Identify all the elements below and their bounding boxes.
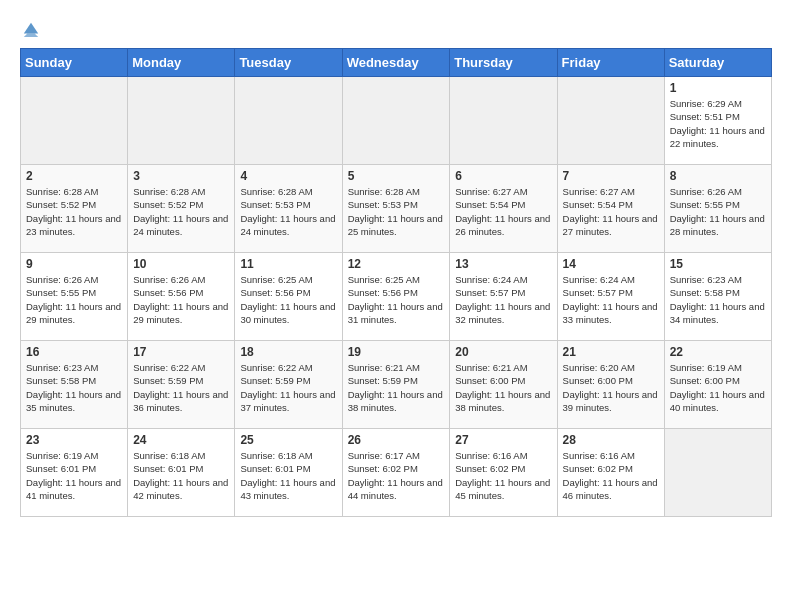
calendar-cell: 6Sunrise: 6:27 AM Sunset: 5:54 PM Daylig… <box>450 165 557 253</box>
day-info: Sunrise: 6:27 AM Sunset: 5:54 PM Dayligh… <box>455 185 551 238</box>
day-info: Sunrise: 6:28 AM Sunset: 5:53 PM Dayligh… <box>348 185 445 238</box>
week-row-2: 2Sunrise: 6:28 AM Sunset: 5:52 PM Daylig… <box>21 165 772 253</box>
calendar-cell: 27Sunrise: 6:16 AM Sunset: 6:02 PM Dayli… <box>450 429 557 517</box>
day-number: 2 <box>26 169 122 183</box>
calendar-cell: 8Sunrise: 6:26 AM Sunset: 5:55 PM Daylig… <box>664 165 771 253</box>
day-info: Sunrise: 6:22 AM Sunset: 5:59 PM Dayligh… <box>133 361 229 414</box>
day-info: Sunrise: 6:21 AM Sunset: 6:00 PM Dayligh… <box>455 361 551 414</box>
svg-marker-1 <box>24 34 38 38</box>
day-info: Sunrise: 6:19 AM Sunset: 6:00 PM Dayligh… <box>670 361 766 414</box>
calendar-table: SundayMondayTuesdayWednesdayThursdayFrid… <box>20 48 772 517</box>
day-number: 23 <box>26 433 122 447</box>
calendar-cell: 20Sunrise: 6:21 AM Sunset: 6:00 PM Dayli… <box>450 341 557 429</box>
calendar-cell: 10Sunrise: 6:26 AM Sunset: 5:56 PM Dayli… <box>128 253 235 341</box>
day-info: Sunrise: 6:29 AM Sunset: 5:51 PM Dayligh… <box>670 97 766 150</box>
day-number: 24 <box>133 433 229 447</box>
day-info: Sunrise: 6:25 AM Sunset: 5:56 PM Dayligh… <box>240 273 336 326</box>
day-info: Sunrise: 6:24 AM Sunset: 5:57 PM Dayligh… <box>455 273 551 326</box>
day-number: 6 <box>455 169 551 183</box>
logo-icon <box>22 20 40 38</box>
calendar-cell: 19Sunrise: 6:21 AM Sunset: 5:59 PM Dayli… <box>342 341 450 429</box>
calendar-cell: 15Sunrise: 6:23 AM Sunset: 5:58 PM Dayli… <box>664 253 771 341</box>
weekday-wednesday: Wednesday <box>342 49 450 77</box>
calendar-cell: 22Sunrise: 6:19 AM Sunset: 6:00 PM Dayli… <box>664 341 771 429</box>
calendar-cell: 25Sunrise: 6:18 AM Sunset: 6:01 PM Dayli… <box>235 429 342 517</box>
calendar-cell: 5Sunrise: 6:28 AM Sunset: 5:53 PM Daylig… <box>342 165 450 253</box>
calendar-cell: 16Sunrise: 6:23 AM Sunset: 5:58 PM Dayli… <box>21 341 128 429</box>
day-info: Sunrise: 6:19 AM Sunset: 6:01 PM Dayligh… <box>26 449 122 502</box>
day-info: Sunrise: 6:18 AM Sunset: 6:01 PM Dayligh… <box>240 449 336 502</box>
day-info: Sunrise: 6:27 AM Sunset: 5:54 PM Dayligh… <box>563 185 659 238</box>
day-info: Sunrise: 6:16 AM Sunset: 6:02 PM Dayligh… <box>563 449 659 502</box>
calendar-cell: 23Sunrise: 6:19 AM Sunset: 6:01 PM Dayli… <box>21 429 128 517</box>
day-info: Sunrise: 6:25 AM Sunset: 5:56 PM Dayligh… <box>348 273 445 326</box>
calendar-cell <box>342 77 450 165</box>
day-number: 4 <box>240 169 336 183</box>
weekday-monday: Monday <box>128 49 235 77</box>
day-number: 9 <box>26 257 122 271</box>
calendar-cell: 7Sunrise: 6:27 AM Sunset: 5:54 PM Daylig… <box>557 165 664 253</box>
calendar-cell: 4Sunrise: 6:28 AM Sunset: 5:53 PM Daylig… <box>235 165 342 253</box>
day-info: Sunrise: 6:16 AM Sunset: 6:02 PM Dayligh… <box>455 449 551 502</box>
svg-marker-0 <box>24 23 38 34</box>
weekday-friday: Friday <box>557 49 664 77</box>
day-number: 7 <box>563 169 659 183</box>
day-info: Sunrise: 6:22 AM Sunset: 5:59 PM Dayligh… <box>240 361 336 414</box>
day-number: 17 <box>133 345 229 359</box>
calendar-cell: 2Sunrise: 6:28 AM Sunset: 5:52 PM Daylig… <box>21 165 128 253</box>
logo <box>20 20 40 38</box>
calendar-cell: 12Sunrise: 6:25 AM Sunset: 5:56 PM Dayli… <box>342 253 450 341</box>
calendar-cell: 13Sunrise: 6:24 AM Sunset: 5:57 PM Dayli… <box>450 253 557 341</box>
day-info: Sunrise: 6:23 AM Sunset: 5:58 PM Dayligh… <box>26 361 122 414</box>
day-info: Sunrise: 6:28 AM Sunset: 5:53 PM Dayligh… <box>240 185 336 238</box>
day-number: 26 <box>348 433 445 447</box>
calendar-cell <box>235 77 342 165</box>
day-info: Sunrise: 6:23 AM Sunset: 5:58 PM Dayligh… <box>670 273 766 326</box>
calendar-cell: 3Sunrise: 6:28 AM Sunset: 5:52 PM Daylig… <box>128 165 235 253</box>
day-number: 15 <box>670 257 766 271</box>
day-info: Sunrise: 6:28 AM Sunset: 5:52 PM Dayligh… <box>26 185 122 238</box>
day-info: Sunrise: 6:21 AM Sunset: 5:59 PM Dayligh… <box>348 361 445 414</box>
week-row-5: 23Sunrise: 6:19 AM Sunset: 6:01 PM Dayli… <box>21 429 772 517</box>
week-row-4: 16Sunrise: 6:23 AM Sunset: 5:58 PM Dayli… <box>21 341 772 429</box>
calendar-cell: 26Sunrise: 6:17 AM Sunset: 6:02 PM Dayli… <box>342 429 450 517</box>
calendar-cell <box>128 77 235 165</box>
week-row-3: 9Sunrise: 6:26 AM Sunset: 5:55 PM Daylig… <box>21 253 772 341</box>
day-number: 14 <box>563 257 659 271</box>
day-info: Sunrise: 6:28 AM Sunset: 5:52 PM Dayligh… <box>133 185 229 238</box>
day-number: 16 <box>26 345 122 359</box>
day-number: 28 <box>563 433 659 447</box>
calendar-body: 1Sunrise: 6:29 AM Sunset: 5:51 PM Daylig… <box>21 77 772 517</box>
day-number: 20 <box>455 345 551 359</box>
calendar-cell: 9Sunrise: 6:26 AM Sunset: 5:55 PM Daylig… <box>21 253 128 341</box>
day-number: 18 <box>240 345 336 359</box>
calendar-cell: 11Sunrise: 6:25 AM Sunset: 5:56 PM Dayli… <box>235 253 342 341</box>
day-info: Sunrise: 6:26 AM Sunset: 5:55 PM Dayligh… <box>26 273 122 326</box>
page-header <box>20 20 772 38</box>
weekday-header-row: SundayMondayTuesdayWednesdayThursdayFrid… <box>21 49 772 77</box>
weekday-sunday: Sunday <box>21 49 128 77</box>
weekday-thursday: Thursday <box>450 49 557 77</box>
weekday-tuesday: Tuesday <box>235 49 342 77</box>
day-number: 25 <box>240 433 336 447</box>
day-number: 11 <box>240 257 336 271</box>
day-number: 12 <box>348 257 445 271</box>
calendar-cell <box>664 429 771 517</box>
calendar-cell: 18Sunrise: 6:22 AM Sunset: 5:59 PM Dayli… <box>235 341 342 429</box>
day-number: 1 <box>670 81 766 95</box>
calendar-cell <box>450 77 557 165</box>
calendar-cell <box>21 77 128 165</box>
day-number: 19 <box>348 345 445 359</box>
week-row-1: 1Sunrise: 6:29 AM Sunset: 5:51 PM Daylig… <box>21 77 772 165</box>
day-info: Sunrise: 6:20 AM Sunset: 6:00 PM Dayligh… <box>563 361 659 414</box>
day-info: Sunrise: 6:18 AM Sunset: 6:01 PM Dayligh… <box>133 449 229 502</box>
calendar-cell: 24Sunrise: 6:18 AM Sunset: 6:01 PM Dayli… <box>128 429 235 517</box>
calendar-cell: 17Sunrise: 6:22 AM Sunset: 5:59 PM Dayli… <box>128 341 235 429</box>
calendar-cell: 14Sunrise: 6:24 AM Sunset: 5:57 PM Dayli… <box>557 253 664 341</box>
calendar-cell: 28Sunrise: 6:16 AM Sunset: 6:02 PM Dayli… <box>557 429 664 517</box>
calendar-cell: 1Sunrise: 6:29 AM Sunset: 5:51 PM Daylig… <box>664 77 771 165</box>
day-number: 10 <box>133 257 229 271</box>
day-number: 21 <box>563 345 659 359</box>
day-number: 8 <box>670 169 766 183</box>
day-info: Sunrise: 6:17 AM Sunset: 6:02 PM Dayligh… <box>348 449 445 502</box>
